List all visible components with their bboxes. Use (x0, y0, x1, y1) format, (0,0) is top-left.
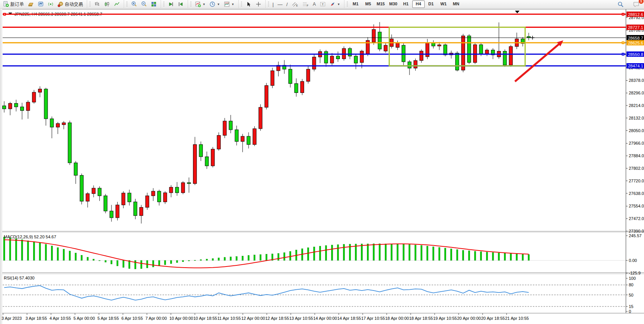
price-badge-text: 28550.8 (628, 52, 643, 57)
macd-bar (194, 260, 196, 260)
crosshair-icon (255, 1, 261, 7)
macd-bar (260, 255, 261, 260)
text-label-icon: T (320, 1, 326, 7)
time-label: 11 Apr 10:55 (217, 316, 241, 321)
fibonacci-button[interactable]: F (300, 0, 311, 8)
auto-scroll-icon (168, 1, 174, 7)
macd-bar (516, 254, 518, 260)
arrows-dropdown-arrow[interactable]: ▼ (337, 3, 340, 6)
price-tick: 28132.0 (629, 116, 644, 120)
line-chart-icon (114, 1, 120, 7)
auto-scroll-button[interactable] (166, 0, 176, 8)
macd-tick: 0.00 (629, 258, 637, 263)
time-label: 5 Apr 00:00 (73, 316, 95, 321)
indicators-dropdown-arrow[interactable]: ▼ (202, 3, 206, 6)
arrows-button[interactable]: ▼ (328, 0, 342, 8)
bar-chart-button[interactable] (92, 0, 102, 8)
macd-bar (373, 244, 375, 260)
cursor-button[interactable] (244, 0, 253, 8)
zoom-in-button[interactable] (129, 0, 139, 8)
text-label-button[interactable]: T (318, 0, 328, 8)
macd-bar (111, 260, 112, 264)
zoom-out-button[interactable] (139, 0, 149, 8)
timeframe-M5[interactable]: M5 (362, 0, 375, 8)
timeframe-D1[interactable]: D1 (425, 0, 437, 8)
crosshair-button[interactable] (253, 0, 263, 8)
auto-trading-icon (57, 1, 64, 7)
notification-badge[interactable]: 1 (639, 0, 644, 4)
price-badge-text: 28474.1 (628, 64, 643, 68)
price-tick: 27966.0 (629, 141, 644, 145)
channel-button[interactable]: E (290, 0, 300, 8)
periods-button[interactable]: ▼ (207, 0, 222, 8)
signals-icon (48, 1, 54, 7)
macd-bar (313, 247, 315, 260)
templates-dropdown-arrow[interactable]: ▼ (231, 3, 234, 6)
macd-bar (254, 255, 255, 260)
timeframe-M15[interactable]: M15 (375, 0, 387, 8)
price-badge-text: 28812.6 (628, 12, 643, 17)
svg-text:T: T (322, 3, 324, 6)
macd-bar (522, 254, 523, 260)
candlestick-chart-button[interactable] (102, 0, 112, 8)
macd-bar (45, 244, 47, 260)
macd-tick: -125.9 (629, 271, 641, 275)
templates-button[interactable]: ▼ (222, 0, 236, 8)
text-button[interactable]: A (311, 0, 318, 8)
indicators-button[interactable]: ▼ (193, 0, 207, 8)
timeframe-M1[interactable]: M1 (349, 0, 362, 8)
macd-bar (123, 260, 124, 268)
auto-trading-label: 自动交易 (65, 1, 83, 8)
macd-bar (236, 257, 238, 260)
timeframe-MN[interactable]: MN (450, 0, 462, 8)
signals-button[interactable] (46, 0, 56, 8)
macd-bar (10, 238, 11, 260)
trendline-icon: / (286, 2, 288, 7)
search-button[interactable] (615, 0, 626, 8)
candle (181, 181, 185, 194)
macd-bar (290, 251, 291, 260)
periods-dropdown-arrow[interactable]: ▼ (217, 3, 220, 6)
horizontal-line-button[interactable]: — (276, 0, 284, 8)
macd-bar (140, 260, 142, 269)
metaeditor-button[interactable] (36, 0, 46, 8)
macd-bar (480, 252, 482, 260)
chart-shift-button[interactable] (176, 0, 186, 8)
new-order-button[interactable]: 新订单 (1, 0, 26, 8)
candle (80, 174, 83, 204)
price-tick: 28378.0 (629, 78, 644, 83)
cursor-icon (245, 1, 252, 7)
candle (342, 46, 346, 61)
timeframe-H4[interactable]: H4 (412, 0, 425, 8)
time-label: 6 Apr 10:55 (121, 316, 143, 321)
rsi-tick: 100 (629, 276, 636, 281)
line-chart-button[interactable] (112, 0, 122, 8)
timeframe-M30[interactable]: M30 (387, 0, 400, 8)
tile-windows-button[interactable] (149, 0, 159, 8)
macd-bar (445, 248, 446, 260)
time-label: 21 Apr 10:55 (505, 316, 529, 321)
candle (503, 49, 507, 67)
macd-bar (308, 247, 309, 260)
toolbar-right: 1 (615, 0, 644, 8)
bar-chart-icon (94, 1, 100, 7)
timeframe-W1[interactable]: W1 (437, 0, 450, 8)
macd-bar (325, 246, 327, 260)
macd-bar (117, 260, 118, 266)
channel-icon: E (292, 1, 298, 7)
candle (509, 45, 513, 67)
chart-canvas[interactable]: JPN225, H4 28666.3 28690.7 28641.1 28658… (0, 0, 644, 324)
vertical-line-button[interactable]: | (271, 0, 276, 8)
new-order-icon (3, 1, 9, 7)
timeframe-H1[interactable]: H1 (400, 0, 412, 8)
trendline-button[interactable]: / (284, 0, 290, 8)
macd-bar (379, 244, 381, 260)
candle (211, 147, 215, 168)
macd-bar (331, 245, 333, 260)
candle (259, 104, 262, 131)
price-badge-text: 28658.7 (628, 36, 643, 40)
auto-trading-button[interactable]: 自动交易 (56, 0, 85, 8)
chat-button[interactable]: 1 (631, 0, 642, 8)
macd-bar (33, 242, 35, 260)
profile-button[interactable] (26, 0, 36, 8)
